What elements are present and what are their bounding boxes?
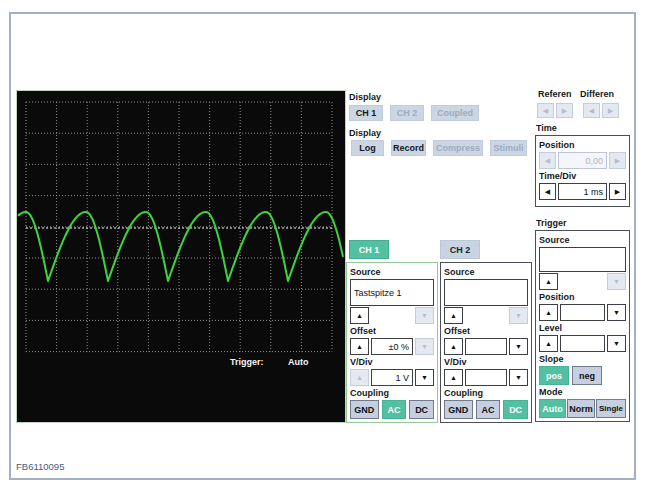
ch2-source-field[interactable] xyxy=(444,279,528,306)
ch1-dc-button[interactable]: DC xyxy=(409,400,434,419)
application-window: Trigger: Auto Display CH 1 CH 2 Coupled … xyxy=(0,0,646,491)
timediv-right-button[interactable]: ▶ xyxy=(609,183,626,200)
ch2-tab[interactable]: CH 2 xyxy=(440,240,480,259)
ch2-vdiv-field[interactable] xyxy=(465,369,507,386)
ch1-offset-label: Offset xyxy=(350,325,434,337)
ch1-source-down-button[interactable]: ▼ xyxy=(415,307,434,324)
ch2-vdiv-up-button[interactable]: ▲ xyxy=(444,369,463,386)
ch2-source-label: Source xyxy=(444,266,528,278)
waveform-plot xyxy=(17,91,345,422)
display-coupled-button[interactable]: Coupled xyxy=(431,105,479,121)
trigger-position-field[interactable] xyxy=(560,304,605,321)
time-panel: Position ◀ 0,00 ▶ Time/Div ◀ 1 ms ▶ xyxy=(535,135,630,207)
slope-pos-button[interactable]: pos xyxy=(539,366,569,385)
ch2-offset-label: Offset xyxy=(444,325,528,337)
ch1-vdiv-field[interactable]: 1 V xyxy=(371,369,413,386)
ch2-ac-button[interactable]: AC xyxy=(476,400,501,419)
log-button[interactable]: Log xyxy=(351,140,384,156)
stimuli-button[interactable]: Stimuli xyxy=(490,140,527,156)
ch2-gnd-button[interactable]: GND xyxy=(444,400,473,419)
ch1-source-up-button[interactable]: ▲ xyxy=(350,307,369,324)
ch1-coupling-label: Coupling xyxy=(350,387,434,399)
trigger-status-value: Auto xyxy=(288,357,309,367)
reference-next-button[interactable]: ▶ xyxy=(556,103,573,118)
ch1-source-label: Source xyxy=(350,266,434,278)
mode-single-button[interactable]: Single xyxy=(596,399,626,418)
timediv-left-button[interactable]: ◀ xyxy=(539,183,556,200)
trigger-position-down-button[interactable]: ▼ xyxy=(607,304,626,321)
time-position-label: Position xyxy=(539,139,626,151)
ch1-offset-down-button[interactable]: ▼ xyxy=(415,338,434,355)
trigger-status-label: Trigger: xyxy=(230,357,264,367)
compress-button[interactable]: Compress xyxy=(433,140,483,156)
difference-prev-button[interactable]: ◀ xyxy=(583,103,600,118)
time-position-right-button[interactable]: ▶ xyxy=(609,152,626,169)
trigger-mode-label: Mode xyxy=(539,386,626,398)
ch1-panel: Source Tastspitze 1 ▲ ▼ Offset ▲ ±0 % ▼ … xyxy=(346,262,438,423)
ch2-vdiv-down-button[interactable]: ▼ xyxy=(509,369,528,386)
slope-neg-button[interactable]: neg xyxy=(572,366,602,385)
time-position-field[interactable]: 0,00 xyxy=(558,152,607,169)
ch2-panel: Source ▲ ▼ Offset ▲ ▼ V/Div ▲ ▼ Coupling… xyxy=(440,262,532,423)
ch1-vdiv-down-button[interactable]: ▼ xyxy=(415,369,434,386)
ch2-vdiv-label: V/Div xyxy=(444,356,528,368)
trigger-level-down-button[interactable]: ▼ xyxy=(607,335,626,352)
display-channels-label: Display xyxy=(349,92,381,102)
trigger-level-field[interactable] xyxy=(560,335,605,352)
trigger-source-up-button[interactable]: ▲ xyxy=(539,273,558,290)
ch1-offset-field[interactable]: ±0 % xyxy=(371,338,413,355)
trigger-position-up-button[interactable]: ▲ xyxy=(539,304,558,321)
trigger-label: Trigger xyxy=(536,218,567,228)
ch2-source-up-button[interactable]: ▲ xyxy=(444,307,463,324)
display-ch1-button[interactable]: CH 1 xyxy=(349,105,383,121)
oscilloscope-display: Trigger: Auto xyxy=(16,90,346,423)
trigger-panel: Source ▲ ▼ Position ▲ ▼ Level ▲ ▼ Slope … xyxy=(535,230,630,422)
difference-label: Differen xyxy=(580,89,614,99)
display-ch2-button[interactable]: CH 2 xyxy=(390,105,424,121)
mode-norm-button[interactable]: Norm xyxy=(567,399,595,418)
trigger-source-down-button[interactable]: ▼ xyxy=(607,273,626,290)
trigger-level-label: Level xyxy=(539,322,626,334)
ch1-offset-up-button[interactable]: ▲ xyxy=(350,338,369,355)
ch1-vdiv-label: V/Div xyxy=(350,356,434,368)
ch1-source-field[interactable]: Tastspitze 1 xyxy=(350,279,434,306)
timediv-label: Time/Div xyxy=(539,170,626,182)
ch1-tab[interactable]: CH 1 xyxy=(349,240,389,259)
display-modes-label: Display xyxy=(349,128,381,138)
trigger-source-label: Source xyxy=(539,234,626,246)
ch2-source-down-button[interactable]: ▼ xyxy=(509,307,528,324)
trigger-level-up-button[interactable]: ▲ xyxy=(539,335,558,352)
ch2-offset-up-button[interactable]: ▲ xyxy=(444,338,463,355)
trigger-source-field[interactable] xyxy=(539,247,626,272)
timediv-field[interactable]: 1 ms xyxy=(558,183,607,200)
trigger-slope-label: Slope xyxy=(539,353,626,365)
reference-prev-button[interactable]: ◀ xyxy=(537,103,554,118)
reference-label: Referen xyxy=(538,89,572,99)
ch2-coupling-label: Coupling xyxy=(444,387,528,399)
mode-auto-button[interactable]: Auto xyxy=(539,399,566,418)
ch2-dc-button[interactable]: DC xyxy=(503,400,528,419)
trigger-position-label: Position xyxy=(539,291,626,303)
ch1-vdiv-up-button[interactable]: ▲ xyxy=(350,369,369,386)
time-label: Time xyxy=(536,123,557,133)
ch1-ac-button[interactable]: AC xyxy=(382,400,407,419)
figure-label: FB6110095 xyxy=(16,461,64,472)
time-position-left-button[interactable]: ◀ xyxy=(539,152,556,169)
record-button[interactable]: Record xyxy=(391,140,426,156)
ch2-offset-field[interactable] xyxy=(465,338,507,355)
ch2-offset-down-button[interactable]: ▼ xyxy=(509,338,528,355)
difference-next-button[interactable]: ▶ xyxy=(602,103,619,118)
ch1-gnd-button[interactable]: GND xyxy=(350,400,379,419)
